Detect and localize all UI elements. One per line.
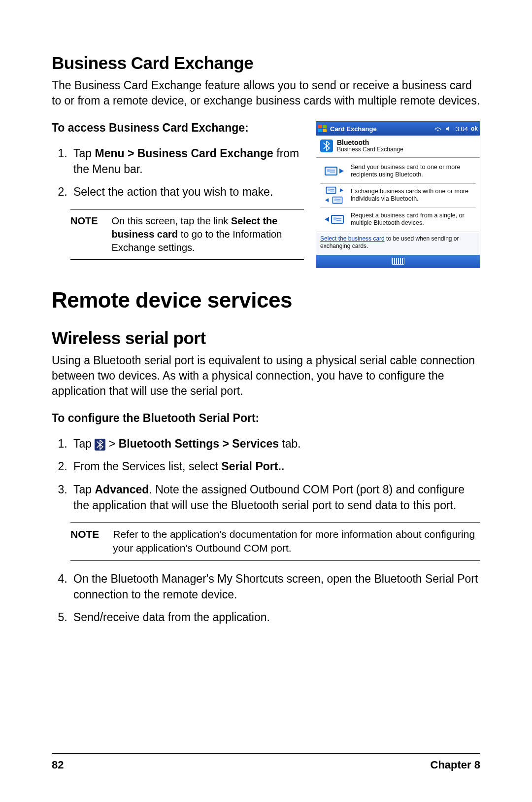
device-header-sub: Business Card Exchange [337,146,403,153]
intro-paragraph: The Business Card Exchange feature allow… [52,78,480,108]
note-label: NOTE [70,527,99,556]
send-card-icon [322,164,346,178]
device-footer: Select the business card to be used when… [316,232,480,255]
titlebar-title: Card Exchange [330,125,377,133]
note-body: Refer to the application's documentation… [113,527,480,556]
note-body: On this screen, tap the link Select the … [112,214,304,254]
step-1: Tap Menu > Business Card Exchange from t… [70,145,304,177]
device-bottombar [316,255,480,268]
device-item-request[interactable]: Request a business card from a single, o… [320,208,476,232]
subheading-configure-bsp: To configure the Bluetooth Serial Port: [52,412,480,425]
menu-path: Menu > Business Card Exchange [95,147,273,160]
note-box: NOTE On this screen, tap the link Select… [70,209,304,260]
note-box-2: NOTE Refer to the application's document… [70,522,480,561]
bsp-step-5: Send/receive data from the application. [70,609,480,625]
windows-flag-icon [318,125,327,133]
bluetooth-icon [320,139,333,152]
device-item-send[interactable]: Send your business card to one or more r… [320,160,476,183]
heading-business-card-exchange: Business Card Exchange [52,53,480,73]
heading-wireless-serial-port: Wireless serial port [52,328,480,348]
bsp-step-2: From the Services list, select Serial Po… [70,458,480,474]
exchange-card-icon [322,188,346,203]
chapter-label: Chapter 8 [431,759,480,771]
footer-rule [52,753,480,754]
connectivity-icon [434,125,442,133]
titlebar-time: 3:04 [456,125,468,133]
bsp-step-4: On the Bluetooth Manager's My Shortcuts … [70,571,480,602]
page-number: 82 [52,759,64,771]
keyboard-icon[interactable] [392,258,404,265]
volume-icon [445,125,453,133]
svg-point-0 [437,130,438,132]
device-header-title: Bluetooth [337,139,403,146]
bsp-step-3: Tap Advanced. Note the assigned Outbound… [70,482,480,513]
device-screenshot: Card Exchange 3:04 ok Bluetooth Business… [316,121,480,268]
step-2: Select the action that you wish to make. [70,184,304,200]
heading-remote-device-services: Remote device services [52,288,480,313]
wsp-intro: Using a Bluetooth serial port is equival… [52,353,480,399]
bsp-step-1: Tap > Bluetooth Settings > Services tab. [70,436,480,452]
device-action-list: Send your business card to one or more r… [316,158,480,232]
titlebar-ok[interactable]: ok [471,125,478,132]
note-label: NOTE [70,214,98,254]
subheading-access-bce: To access Business Card Exchange: [52,121,304,135]
device-titlebar: Card Exchange 3:04 ok [316,122,480,136]
device-footer-link[interactable]: Select the business card [320,235,385,242]
bluetooth-icon [95,439,105,451]
device-header: Bluetooth Business Card Exchange [316,136,480,158]
device-item-exchange[interactable]: Exchange business cards with one or more… [320,183,476,208]
request-card-icon [322,212,346,227]
